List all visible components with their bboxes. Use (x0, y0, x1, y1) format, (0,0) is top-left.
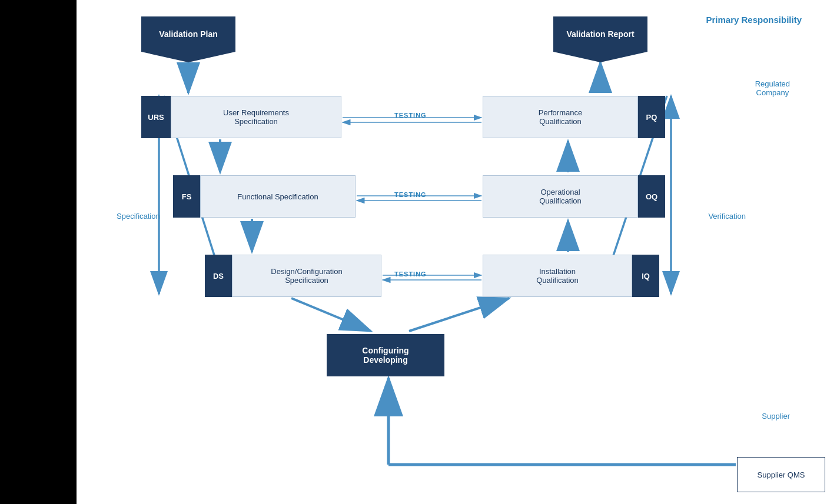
svg-line-7 (409, 298, 509, 331)
urs-box: URS User Requirements Specification (141, 96, 341, 138)
config-developing-box: Configuring Developing (327, 334, 444, 376)
config-developing-label: Configuring Developing (362, 346, 408, 365)
testing-label-fs-oq: TESTING (394, 191, 427, 198)
supplier-label: Supplier (762, 412, 790, 420)
fs-box: FS Functional Specification (173, 175, 356, 218)
validation-report-box: Validation Report (553, 16, 647, 52)
oq-box: Operational Qualification OQ (483, 175, 665, 218)
verification-label: Verification (708, 212, 746, 221)
specification-label: Specification (117, 212, 160, 221)
supplier-text: Supplier (762, 412, 790, 420)
testing-label-urs-pq: TESTING (394, 112, 427, 119)
regulated-company-label: Regulated Company (755, 71, 790, 97)
testing-label-ds-iq: TESTING (394, 271, 427, 278)
primary-resp-text: Primary Responsibility (706, 15, 802, 25)
oq-content: Operational Qualification (483, 175, 638, 218)
fs-abbr-label: FS (173, 175, 200, 218)
diagram-area: Validation Plan Validation Report URS Us… (77, 0, 837, 504)
validation-plan-box: Validation Plan (141, 16, 235, 52)
validation-plan-label: Validation Plan (159, 29, 218, 39)
arrows-svg (77, 0, 837, 504)
fs-content: Functional Specification (200, 175, 356, 218)
iq-abbr-label: IQ (632, 255, 659, 297)
svg-line-6 (291, 298, 371, 331)
urs-abbr-label: URS (141, 96, 171, 138)
oq-abbr-label: OQ (638, 175, 665, 218)
left-black-bar (0, 0, 77, 504)
urs-content: User Requirements Specification (171, 96, 341, 138)
primary-responsibility-label: Primary Responsibility (706, 15, 802, 25)
specification-text: Specification (117, 212, 160, 221)
pq-box: Performance Qualification PQ (483, 96, 665, 138)
validation-report-label: Validation Report (566, 29, 634, 39)
ds-content: Design/Configuration Specification (232, 255, 381, 297)
supplier-qms-label: Supplier QMS (758, 470, 805, 479)
supplier-qms-box: Supplier QMS (737, 457, 825, 492)
ds-box: DS Design/Configuration Specification (205, 255, 381, 297)
verification-text: Verification (708, 212, 746, 221)
iq-box: Installation Qualification IQ (483, 255, 659, 297)
regulated-company-text: Regulated Company (755, 79, 790, 97)
pq-content: Performance Qualification (483, 96, 638, 138)
ds-abbr-label: DS (205, 255, 232, 297)
iq-content: Installation Qualification (483, 255, 632, 297)
pq-abbr-label: PQ (638, 96, 665, 138)
